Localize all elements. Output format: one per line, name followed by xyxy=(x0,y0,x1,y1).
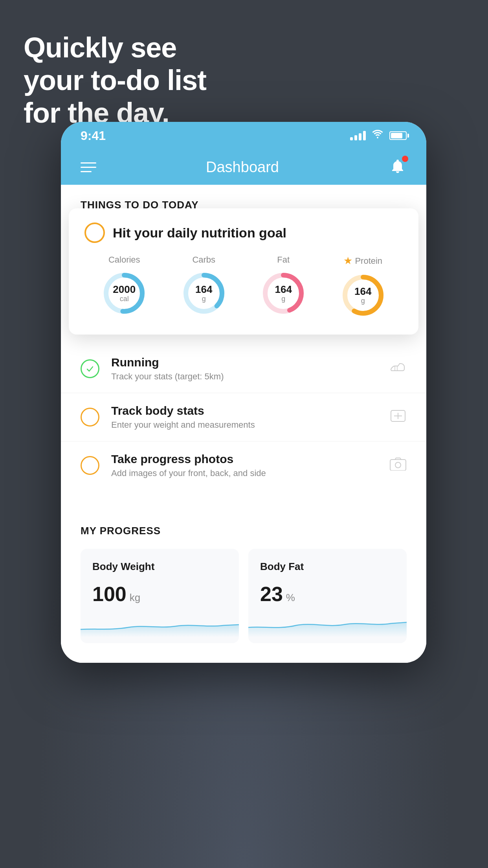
body-weight-value-row: 100 kg xyxy=(92,582,227,606)
calories-item: Calories 2000 cal xyxy=(101,255,148,317)
phone-mockup: 9:41 Dashboard xyxy=(61,122,426,663)
nutrition-card-title: Hit your daily nutrition goal xyxy=(113,225,286,241)
status-bar: 9:41 xyxy=(61,122,426,149)
body-weight-number: 100 xyxy=(92,582,127,606)
nutrition-card: Hit your daily nutrition goal Calories 2… xyxy=(69,208,418,335)
todo-item-running[interactable]: Running Track your stats (target: 5km) xyxy=(61,345,426,393)
body-fat-title: Body Fat xyxy=(260,561,395,573)
calories-donut: 2000 cal xyxy=(101,270,148,317)
body-fat-value-row: 23 % xyxy=(260,582,395,606)
wifi-icon xyxy=(371,129,384,142)
carbs-unit: g xyxy=(195,295,212,303)
body-stats-text: Track body stats Enter your weight and m… xyxy=(111,404,378,430)
protein-value: 164 xyxy=(354,286,371,297)
progress-photos-text: Take progress photos Add images of your … xyxy=(111,452,378,478)
protein-item: ★ Protein 164 g xyxy=(339,255,387,319)
progress-photos-title: Take progress photos xyxy=(111,452,378,466)
running-checkbox[interactable] xyxy=(81,359,99,378)
protein-label: ★ Protein xyxy=(343,255,382,267)
svg-point-14 xyxy=(395,462,401,468)
fat-value: 164 xyxy=(275,284,292,295)
running-subtitle: Track your stats (target: 5km) xyxy=(111,371,378,382)
fat-label: Fat xyxy=(277,255,290,265)
fat-unit: g xyxy=(275,295,292,303)
todo-list: Running Track your stats (target: 5km) T… xyxy=(61,345,426,489)
body-stats-title: Track body stats xyxy=(111,404,378,417)
running-text: Running Track your stats (target: 5km) xyxy=(111,356,378,382)
content-area: THINGS TO DO TODAY Hit your daily nutrit… xyxy=(61,185,426,663)
shoe-icon xyxy=(389,360,407,377)
nutrition-checkbox[interactable] xyxy=(84,223,105,243)
body-fat-number: 23 xyxy=(260,582,283,606)
progress-section: MY PROGRESS Body Weight 100 kg xyxy=(61,509,426,643)
spacer xyxy=(61,489,426,509)
nutrition-circles: Calories 2000 cal Carbs xyxy=(84,255,403,319)
carbs-label: Carbs xyxy=(192,255,215,265)
progress-photos-subtitle: Add images of your front, back, and side xyxy=(111,468,378,478)
progress-header: MY PROGRESS xyxy=(81,525,407,537)
bottom-spacer xyxy=(61,643,426,663)
carbs-donut: 164 g xyxy=(180,270,227,317)
calories-value: 2000 xyxy=(113,284,136,295)
body-stats-checkbox[interactable] xyxy=(81,408,99,427)
protein-donut: 164 g xyxy=(339,272,387,319)
body-stats-subtitle: Enter your weight and measurements xyxy=(111,420,378,430)
nav-bar: Dashboard xyxy=(61,149,426,185)
headline: Quickly see your to-do list for the day. xyxy=(24,31,206,129)
body-weight-chart xyxy=(81,614,239,637)
body-weight-unit: kg xyxy=(130,592,140,604)
photo-icon xyxy=(389,457,407,474)
progress-cards: Body Weight 100 kg xyxy=(81,549,407,643)
protein-unit: g xyxy=(354,297,371,305)
todo-item-progress-photos[interactable]: Take progress photos Add images of your … xyxy=(61,441,426,489)
status-icons xyxy=(350,129,407,142)
progress-photos-checkbox[interactable] xyxy=(81,456,99,475)
carbs-item: Carbs 164 g xyxy=(180,255,227,317)
notification-button[interactable] xyxy=(389,157,407,177)
carbs-value: 164 xyxy=(195,284,212,295)
body-fat-card[interactable]: Body Fat 23 % xyxy=(248,549,407,643)
star-icon: ★ xyxy=(343,255,352,267)
status-time: 9:41 xyxy=(81,129,106,143)
calories-label: Calories xyxy=(108,255,140,265)
nav-title: Dashboard xyxy=(206,159,279,176)
signal-icon xyxy=(350,131,366,140)
svg-rect-13 xyxy=(390,460,406,471)
calories-unit: cal xyxy=(113,295,136,303)
menu-button[interactable] xyxy=(81,162,96,172)
scale-icon xyxy=(389,409,407,426)
running-title: Running xyxy=(111,356,378,369)
body-fat-chart xyxy=(248,614,407,637)
nutrition-card-header: Hit your daily nutrition goal xyxy=(84,223,403,243)
body-weight-title: Body Weight xyxy=(92,561,227,573)
todo-item-body-stats[interactable]: Track body stats Enter your weight and m… xyxy=(61,393,426,441)
fat-item: Fat 164 g xyxy=(260,255,307,317)
battery-icon xyxy=(389,131,407,140)
body-fat-unit: % xyxy=(286,592,295,604)
fat-donut: 164 g xyxy=(260,270,307,317)
body-weight-card[interactable]: Body Weight 100 kg xyxy=(81,549,239,643)
notification-badge xyxy=(402,156,408,162)
